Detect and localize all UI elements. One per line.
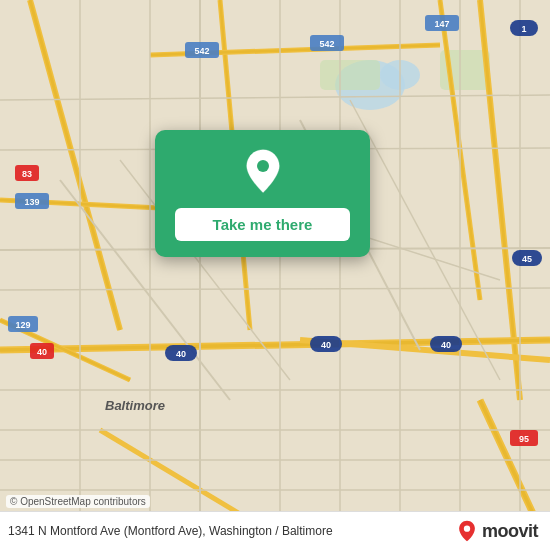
moovit-wordmark: moovit — [482, 521, 538, 542]
bottom-bar: 1341 N Montford Ave (Montford Ave), Wash… — [0, 511, 550, 550]
map-container: 542 542 147 1 139 45 83 129 40 40 40 40 — [0, 0, 550, 550]
svg-text:139: 139 — [24, 197, 39, 207]
take-me-there-button[interactable]: Take me there — [175, 208, 350, 241]
location-pin-icon — [239, 148, 287, 196]
svg-text:83: 83 — [22, 169, 32, 179]
svg-text:542: 542 — [319, 39, 334, 49]
moovit-logo: moovit — [456, 520, 538, 542]
svg-text:45: 45 — [522, 254, 532, 264]
svg-text:40: 40 — [37, 347, 47, 357]
svg-text:95: 95 — [519, 434, 529, 444]
map-attribution: © OpenStreetMap contributors — [6, 495, 150, 508]
svg-point-76 — [464, 526, 470, 532]
svg-point-75 — [257, 160, 269, 172]
svg-text:40: 40 — [176, 349, 186, 359]
svg-text:147: 147 — [434, 19, 449, 29]
svg-text:40: 40 — [441, 340, 451, 350]
popup-card: Take me there — [155, 130, 370, 257]
svg-text:542: 542 — [194, 46, 209, 56]
svg-text:1: 1 — [521, 24, 526, 34]
svg-text:129: 129 — [15, 320, 30, 330]
svg-rect-3 — [320, 60, 380, 90]
svg-text:40: 40 — [321, 340, 331, 350]
moovit-pin-icon — [456, 520, 478, 542]
map-svg: 542 542 147 1 139 45 83 129 40 40 40 40 — [0, 0, 550, 550]
address-text: 1341 N Montford Ave (Montford Ave), Wash… — [8, 524, 456, 538]
svg-text:Baltimore: Baltimore — [105, 398, 165, 413]
